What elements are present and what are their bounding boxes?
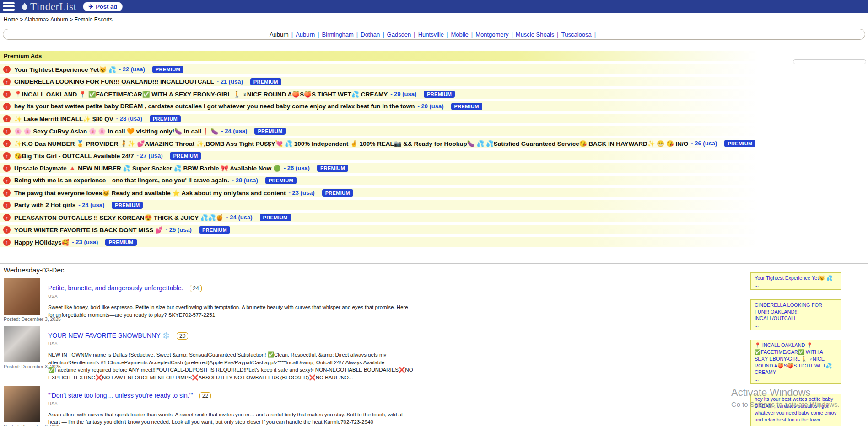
city-item: Muscle Shoals| <box>516 31 561 38</box>
post-ad-button[interactable]: ✈ Post ad <box>83 2 123 11</box>
breadcrumb-link[interactable]: Female Escorts <box>74 16 112 23</box>
city-link[interactable]: Auburn <box>270 31 289 38</box>
premium-ad-title[interactable]: PLEASANTON OUTCALLS !! SEXY KOREAN😍 THIC… <box>14 214 223 221</box>
premium-ad-title[interactable]: 🌸 🌸 Sexy CuRvy Asian 🌸 🌸 in call 🧡 visit… <box>14 128 218 135</box>
premium-ad-title[interactable]: The pawg that everyone loves😼 Ready and … <box>14 189 286 197</box>
premium-ad-row: 🌸 🌸 Sexy CuRvy Asian 🌸 🌸 in call 🧡 visit… <box>0 126 862 136</box>
sidebar-ad-box: CINDERELLA LOOKING FOR FUN!!! OAKLAND!!!… <box>750 299 841 330</box>
premium-ad-title[interactable]: CINDERELLA LOOKING FOR FUN!!! OAKLAND!!!… <box>14 78 214 85</box>
premium-ad-title[interactable]: Your Tightest Experience Yet😼 💦 <box>14 66 116 73</box>
city-link[interactable]: Montgomery <box>475 31 508 38</box>
premium-badge: PREMIUM <box>170 152 201 160</box>
premium-ad-title[interactable]: ✨ Lake Merritt INCALL✨ $80 QV <box>14 115 113 122</box>
premium-ads-section: Premium Ads Your Tightest Experience Yet… <box>0 51 868 247</box>
premium-ad-age-meta: - 28 (usa) <box>116 115 142 122</box>
listing-title-link[interactable]: "'Don't stare too long… unless you're re… <box>48 392 193 399</box>
premium-ad-age-meta: - 21 (usa) <box>217 78 243 85</box>
listing-photo[interactable] <box>4 386 40 422</box>
brand-name: TinderList <box>30 1 76 12</box>
premium-ad-row: 📍INCALL OAKLAND 📍 ✅FACETIME/CAR✅ WITH A … <box>0 89 862 99</box>
sidebar-ad-link[interactable]: CINDERELLA LOOKING FOR FUN!!! OAKLAND!!!… <box>755 302 822 321</box>
city-item: Birmingham| <box>322 31 361 38</box>
listing-item: Posted: December 3, 2025 Petite, brunett… <box>0 278 868 322</box>
premium-ad-title[interactable]: 📍INCALL OAKLAND 📍 ✅FACETIME/CAR✅ WITH A … <box>14 91 388 98</box>
mini-scrollbar[interactable] <box>793 59 866 64</box>
city-link[interactable]: Dothan <box>361 31 380 38</box>
hamburger-menu-icon[interactable] <box>3 2 15 11</box>
sidebar-ad-link[interactable]: 📍 INCALL OAKLAND 📍 ✅FACETIME/CAR✅ WITH A… <box>755 342 832 375</box>
listing-item: Posted: December 3, 2025 "'Don't stare t… <box>0 386 868 426</box>
listing-thumb-column: Posted: December 3, 2025 <box>4 326 40 382</box>
premium-ad-row: 😘Big Tits Girl - OUTCALL Available 24/7 … <box>0 151 862 160</box>
up-arrow-icon <box>3 239 11 246</box>
premium-ad-title[interactable]: Upscale Playmate 🔺 NEW NUMBER 💦 Super So… <box>14 165 281 172</box>
premium-ad-row: Your Tightest Experience Yet😼 💦 - 22 (us… <box>0 64 862 74</box>
listing-photo[interactable] <box>4 326 40 362</box>
premium-badge: PREMIUM <box>322 189 353 197</box>
city-link[interactable]: Muscle Shoals <box>516 31 555 38</box>
premium-badge: PREMIUM <box>451 103 482 110</box>
listing-country: USA <box>48 401 414 406</box>
city-link[interactable]: Birmingham <box>322 31 354 38</box>
premium-ad-age-meta: - 26 (usa) <box>284 165 310 171</box>
city-separator: | <box>594 31 596 38</box>
city-link[interactable]: Auburn <box>296 31 315 38</box>
listing-age-badge: 20 <box>177 332 188 340</box>
premium-ad-row: CINDERELLA LOOKING FOR FUN!!! OAKLAND!!!… <box>0 77 862 86</box>
premium-ad-age-meta: - 23 (usa) <box>289 189 315 196</box>
breadcrumb-link[interactable]: Auburn <box>50 16 68 23</box>
city-link[interactable]: Gadsden <box>387 31 411 38</box>
sidebar-ad-box: hey its your best wettes petite baby DRE… <box>750 394 841 426</box>
breadcrumb-link[interactable]: Alabama <box>24 16 46 23</box>
listing-thumb-column: Posted: December 3, 2025 <box>4 386 40 426</box>
sidebar-ad-ellipsis: ... <box>755 322 837 329</box>
listing-posted-date: Posted: December 3, 2025 <box>4 364 40 369</box>
breadcrumb-link[interactable]: Home <box>4 16 18 23</box>
breadcrumb-item: Home > <box>4 16 23 23</box>
up-arrow-icon <box>3 128 11 135</box>
listing-age-badge: 24 <box>190 285 201 292</box>
up-arrow-icon <box>3 78 11 85</box>
premium-ad-row: Happy HOlidays🥰 - 23 (usa) PREMIUM <box>0 237 862 247</box>
city-separator: | <box>291 31 293 38</box>
listing-title-link[interactable]: YOUR NEW FAVORITE SNOWBUNNY ❄️ <box>48 332 170 339</box>
premium-ad-title[interactable]: 😘Big Tits Girl - OUTCALL Available 24/7 <box>14 152 134 160</box>
city-item: Auburn| <box>296 31 322 38</box>
listing-photo[interactable] <box>4 278 40 315</box>
city-link[interactable]: Huntsville <box>418 31 444 38</box>
premium-ad-title[interactable]: YOUR WINTER FAVORITE IS BACK DONT MISS 💕 <box>14 226 163 234</box>
premium-ad-age-meta: - 24 (usa) <box>226 214 252 221</box>
premium-ad-title[interactable]: Party with 2 Hot girls <box>14 202 75 208</box>
up-arrow-icon <box>3 115 11 122</box>
premium-ad-title[interactable]: ✨K.O Daa NUMBER 🥇 PROVIDER 🧍✨ 💕AMAZING T… <box>14 140 688 147</box>
premium-ad-row: YOUR WINTER FAVORITE IS BACK DONT MISS 💕… <box>0 225 862 234</box>
up-arrow-icon <box>3 165 11 172</box>
city-link[interactable]: Mobile <box>451 31 468 38</box>
city-link[interactable]: Tuscaloosa <box>561 31 592 38</box>
premium-ad-row: PLEASANTON OUTCALLS !! SEXY KOREAN😍 THIC… <box>0 213 862 222</box>
premium-ad-title[interactable]: hey its your best wettes petite baby DRE… <box>14 103 415 110</box>
city-item: Montgomery| <box>475 31 516 38</box>
premium-badge: PREMIUM <box>317 165 348 172</box>
listing-title-link[interactable]: Petite, brunette, and dangerously unforg… <box>48 284 183 292</box>
premium-ad-row: ✨K.O Daa NUMBER 🥇 PROVIDER 🧍✨ 💕AMAZING T… <box>0 138 862 148</box>
premium-ad-title[interactable]: Being with me is an experience—one that … <box>14 177 229 184</box>
listing-description: Sweet like honey, bold like espresso. Pe… <box>48 304 414 319</box>
sidebar-ad-box: 📍 INCALL OAKLAND 📍 ✅FACETIME/CAR✅ WITH A… <box>750 340 841 384</box>
city-separator: | <box>318 31 319 38</box>
listing-country: USA <box>48 341 414 346</box>
premium-ad-age-meta: - 24 (usa) <box>78 202 104 208</box>
breadcrumb-item: Alabama> <box>24 16 49 23</box>
up-arrow-icon <box>3 189 11 197</box>
sidebar-ad-link[interactable]: Your Tightest Experience Yet😼 💦 <box>755 275 833 281</box>
premium-ad-title[interactable]: Happy HOlidays🥰 <box>14 239 69 246</box>
premium-ad-age-meta: - 23 (usa) <box>72 239 98 245</box>
up-arrow-icon <box>3 140 11 147</box>
brand-logo[interactable]: TinderList <box>20 1 76 12</box>
listing-country: USA <box>48 293 414 298</box>
premium-badge: PREMIUM <box>152 66 183 73</box>
premium-badge: PREMIUM <box>199 226 230 234</box>
sidebar-ad-ellipsis: ... <box>755 376 837 383</box>
sidebar-ad-link[interactable]: hey its your best wettes petite baby DRE… <box>755 396 836 422</box>
city-separator: | <box>383 31 384 38</box>
